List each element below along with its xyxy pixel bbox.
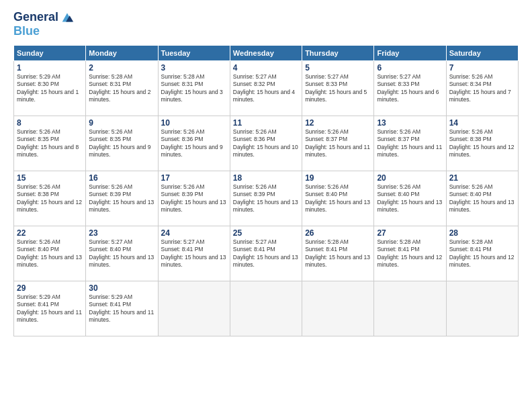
day-number: 4 bbox=[233, 63, 299, 73]
calendar-cell bbox=[302, 281, 374, 336]
cell-text: Sunrise: 5:26 AMSunset: 8:36 PMDaylight:… bbox=[161, 128, 227, 159]
day-number: 15 bbox=[17, 173, 83, 183]
calendar-week-0: 1Sunrise: 5:29 AMSunset: 8:30 PMDaylight… bbox=[14, 60, 519, 116]
calendar-cell: 16Sunrise: 5:26 AMSunset: 8:39 PMDayligh… bbox=[86, 171, 158, 226]
calendar-cell: 8Sunrise: 5:26 AMSunset: 8:35 PMDaylight… bbox=[14, 116, 86, 171]
col-saturday: Saturday bbox=[446, 45, 518, 60]
cell-text: Sunrise: 5:26 AMSunset: 8:39 PMDaylight:… bbox=[161, 183, 227, 214]
calendar-week-2: 15Sunrise: 5:26 AMSunset: 8:38 PMDayligh… bbox=[14, 171, 519, 226]
calendar-cell: 23Sunrise: 5:27 AMSunset: 8:40 PMDayligh… bbox=[86, 226, 158, 281]
calendar-cell: 25Sunrise: 5:27 AMSunset: 8:41 PMDayligh… bbox=[230, 226, 302, 281]
logo-blue-text: Blue bbox=[13, 24, 40, 38]
cell-text: Sunrise: 5:26 AMSunset: 8:38 PMDaylight:… bbox=[17, 183, 83, 214]
day-number: 8 bbox=[17, 118, 83, 128]
calendar-cell bbox=[230, 281, 302, 336]
calendar-header-row: Sunday Monday Tuesday Wednesday Thursday… bbox=[14, 45, 519, 60]
day-number: 3 bbox=[161, 63, 227, 73]
calendar-cell: 30Sunrise: 5:29 AMSunset: 8:41 PMDayligh… bbox=[86, 281, 158, 336]
day-number: 6 bbox=[377, 63, 443, 73]
cell-text: Sunrise: 5:26 AMSunset: 8:39 PMDaylight:… bbox=[89, 183, 154, 214]
calendar-cell: 14Sunrise: 5:26 AMSunset: 8:38 PMDayligh… bbox=[446, 116, 518, 171]
cell-text: Sunrise: 5:26 AMSunset: 8:40 PMDaylight:… bbox=[449, 183, 515, 214]
day-number: 18 bbox=[233, 173, 299, 183]
calendar-cell: 26Sunrise: 5:28 AMSunset: 8:41 PMDayligh… bbox=[302, 226, 374, 281]
cell-text: Sunrise: 5:27 AMSunset: 8:33 PMDaylight:… bbox=[305, 73, 371, 104]
day-number: 2 bbox=[89, 63, 154, 73]
calendar-cell: 17Sunrise: 5:26 AMSunset: 8:39 PMDayligh… bbox=[158, 171, 230, 226]
cell-text: Sunrise: 5:26 AMSunset: 8:36 PMDaylight:… bbox=[233, 128, 299, 159]
cell-text: Sunrise: 5:29 AMSunset: 8:30 PMDaylight:… bbox=[17, 73, 83, 104]
cell-text: Sunrise: 5:27 AMSunset: 8:40 PMDaylight:… bbox=[89, 238, 154, 269]
col-friday: Friday bbox=[374, 45, 446, 60]
cell-text: Sunrise: 5:26 AMSunset: 8:38 PMDaylight:… bbox=[449, 128, 515, 159]
calendar-cell: 4Sunrise: 5:27 AMSunset: 8:32 PMDaylight… bbox=[230, 60, 302, 116]
day-number: 19 bbox=[305, 173, 371, 183]
col-tuesday: Tuesday bbox=[158, 45, 230, 60]
day-number: 21 bbox=[449, 173, 515, 183]
day-number: 27 bbox=[377, 228, 443, 238]
calendar-cell: 12Sunrise: 5:26 AMSunset: 8:37 PMDayligh… bbox=[302, 116, 374, 171]
calendar-cell: 18Sunrise: 5:26 AMSunset: 8:39 PMDayligh… bbox=[230, 171, 302, 226]
cell-text: Sunrise: 5:27 AMSunset: 8:32 PMDaylight:… bbox=[233, 73, 299, 104]
day-number: 20 bbox=[377, 173, 443, 183]
calendar-cell: 7Sunrise: 5:26 AMSunset: 8:34 PMDaylight… bbox=[446, 60, 518, 116]
calendar-cell: 29Sunrise: 5:29 AMSunset: 8:41 PMDayligh… bbox=[14, 281, 86, 336]
cell-text: Sunrise: 5:28 AMSunset: 8:31 PMDaylight:… bbox=[161, 73, 227, 104]
cell-text: Sunrise: 5:26 AMSunset: 8:35 PMDaylight:… bbox=[89, 128, 154, 159]
cell-text: Sunrise: 5:27 AMSunset: 8:41 PMDaylight:… bbox=[161, 238, 227, 269]
calendar-cell: 24Sunrise: 5:27 AMSunset: 8:41 PMDayligh… bbox=[158, 226, 230, 281]
calendar-cell: 19Sunrise: 5:26 AMSunset: 8:40 PMDayligh… bbox=[302, 171, 374, 226]
cell-text: Sunrise: 5:29 AMSunset: 8:41 PMDaylight:… bbox=[17, 293, 83, 324]
cell-text: Sunrise: 5:26 AMSunset: 8:40 PMDaylight:… bbox=[377, 183, 443, 214]
col-thursday: Thursday bbox=[302, 45, 374, 60]
cell-text: Sunrise: 5:26 AMSunset: 8:37 PMDaylight:… bbox=[305, 128, 371, 159]
header: General Blue bbox=[13, 10, 519, 38]
col-wednesday: Wednesday bbox=[230, 45, 302, 60]
cell-text: Sunrise: 5:29 AMSunset: 8:41 PMDaylight:… bbox=[89, 293, 154, 324]
day-number: 30 bbox=[89, 283, 154, 293]
col-sunday: Sunday bbox=[14, 45, 86, 60]
page: General Blue Sunday Monday Tuesday Wedne… bbox=[0, 0, 532, 411]
day-number: 1 bbox=[17, 63, 83, 73]
day-number: 25 bbox=[233, 228, 299, 238]
day-number: 23 bbox=[89, 228, 154, 238]
day-number: 12 bbox=[305, 118, 371, 128]
logo-text: General bbox=[13, 11, 58, 24]
day-number: 26 bbox=[305, 228, 371, 238]
day-number: 22 bbox=[17, 228, 83, 238]
cell-text: Sunrise: 5:26 AMSunset: 8:37 PMDaylight:… bbox=[377, 128, 443, 159]
cell-text: Sunrise: 5:28 AMSunset: 8:41 PMDaylight:… bbox=[377, 238, 443, 269]
day-number: 9 bbox=[89, 118, 154, 128]
calendar-cell bbox=[374, 281, 446, 336]
calendar-cell: 5Sunrise: 5:27 AMSunset: 8:33 PMDaylight… bbox=[302, 60, 374, 116]
cell-text: Sunrise: 5:26 AMSunset: 8:35 PMDaylight:… bbox=[17, 128, 83, 159]
calendar-body: 1Sunrise: 5:29 AMSunset: 8:30 PMDaylight… bbox=[14, 60, 519, 336]
calendar-cell: 10Sunrise: 5:26 AMSunset: 8:36 PMDayligh… bbox=[158, 116, 230, 171]
day-number: 11 bbox=[233, 118, 299, 128]
day-number: 29 bbox=[17, 283, 83, 293]
cell-text: Sunrise: 5:28 AMSunset: 8:41 PMDaylight:… bbox=[449, 238, 515, 269]
cell-text: Sunrise: 5:26 AMSunset: 8:34 PMDaylight:… bbox=[449, 73, 515, 104]
calendar-cell bbox=[158, 281, 230, 336]
calendar-cell: 1Sunrise: 5:29 AMSunset: 8:30 PMDaylight… bbox=[14, 60, 86, 116]
day-number: 17 bbox=[161, 173, 227, 183]
calendar-cell: 9Sunrise: 5:26 AMSunset: 8:35 PMDaylight… bbox=[86, 116, 158, 171]
calendar-cell bbox=[446, 281, 518, 336]
calendar-cell: 11Sunrise: 5:26 AMSunset: 8:36 PMDayligh… bbox=[230, 116, 302, 171]
logo: General Blue bbox=[13, 10, 75, 38]
day-number: 5 bbox=[305, 63, 371, 73]
calendar-cell: 27Sunrise: 5:28 AMSunset: 8:41 PMDayligh… bbox=[374, 226, 446, 281]
calendar-cell: 20Sunrise: 5:26 AMSunset: 8:40 PMDayligh… bbox=[374, 171, 446, 226]
day-number: 16 bbox=[89, 173, 154, 183]
cell-text: Sunrise: 5:27 AMSunset: 8:33 PMDaylight:… bbox=[377, 73, 443, 104]
calendar-cell: 28Sunrise: 5:28 AMSunset: 8:41 PMDayligh… bbox=[446, 226, 518, 281]
logo-icon bbox=[60, 10, 75, 25]
calendar-cell: 22Sunrise: 5:26 AMSunset: 8:40 PMDayligh… bbox=[14, 226, 86, 281]
cell-text: Sunrise: 5:26 AMSunset: 8:40 PMDaylight:… bbox=[305, 183, 371, 214]
col-monday: Monday bbox=[86, 45, 158, 60]
cell-text: Sunrise: 5:26 AMSunset: 8:39 PMDaylight:… bbox=[233, 183, 299, 214]
day-number: 14 bbox=[449, 118, 515, 128]
calendar-cell: 3Sunrise: 5:28 AMSunset: 8:31 PMDaylight… bbox=[158, 60, 230, 116]
cell-text: Sunrise: 5:26 AMSunset: 8:40 PMDaylight:… bbox=[17, 238, 83, 269]
cell-text: Sunrise: 5:28 AMSunset: 8:41 PMDaylight:… bbox=[305, 238, 371, 269]
